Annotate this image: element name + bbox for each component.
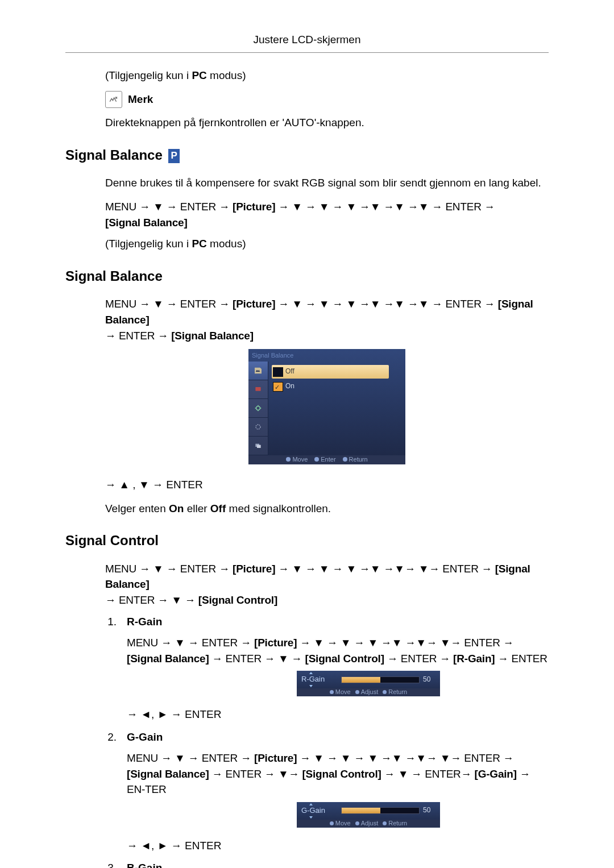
ggain-label: G-Gain xyxy=(127,729,549,745)
osd-tab-4-icon[interactable] xyxy=(248,418,268,437)
rgain-label: R-Gain xyxy=(127,614,549,630)
list-item-ggain: 2. G-Gain MENU → ▼ → ENTER → [Picture] →… xyxy=(105,729,549,854)
rgain-slider-osd: R-Gain 50 Move Adjust Return xyxy=(297,671,440,696)
note-row: Merk xyxy=(105,91,549,108)
osd-tab-picture-icon[interactable] xyxy=(248,362,268,380)
rgain-value: 50 xyxy=(423,675,435,684)
note-icon xyxy=(105,91,122,108)
osd-menu: Signal Balance xyxy=(248,349,405,464)
osd-tab-sound-icon[interactable] xyxy=(248,380,268,399)
svg-rect-4 xyxy=(257,445,261,448)
availability-note-2: (Tilgjengelig kun i PC modus) xyxy=(105,236,549,252)
osd-hint-move: Move xyxy=(286,455,308,464)
ggain-slider[interactable] xyxy=(341,807,420,814)
nav-sequence-rgain: MENU → ▼ → ENTER → [Picture] → ▼ → ▼ → ▼… xyxy=(127,635,549,666)
choose-text: Velger enten On eller Off med signalkont… xyxy=(105,501,549,517)
osd-footer: Move Enter Return xyxy=(248,455,405,464)
ggain-slider-label: G-Gain xyxy=(301,805,341,816)
signal-balance-desc: Denne brukes til å kompensere for svakt … xyxy=(105,175,549,191)
mini-osd-footer-2: Move Adjust Return xyxy=(297,820,440,828)
list-item-bgain: 3. B-Gain xyxy=(105,860,549,868)
osd-title: Signal Balance xyxy=(248,349,405,362)
nav-sequence-2: MENU → ▼ → ENTER → [Picture] → ▼ → ▼ → ▼… xyxy=(105,296,549,343)
nav-end-ggain: → ◄, ► → ENTER xyxy=(127,838,549,854)
heading-signal-balance-2: Signal Balance xyxy=(65,267,549,286)
nav-end-rgain: → ◄, ► → ENTER xyxy=(127,707,549,722)
header-title: Justere LCD-skjermen xyxy=(254,34,361,45)
svg-point-1 xyxy=(256,406,260,410)
ggain-value: 50 xyxy=(423,805,435,815)
heading-signal-balance-1: Signal Balance P xyxy=(65,146,549,165)
osd-hint-return: Return xyxy=(343,455,368,464)
page-header: Justere LCD-skjermen xyxy=(65,0,549,53)
rgain-slider-label: R-Gain xyxy=(301,674,341,685)
bgain-label: B-Gain xyxy=(127,860,549,868)
svg-rect-0 xyxy=(255,387,260,391)
nav-sequence-3: MENU → ▼ → ENTER → [Picture] → ▼ → ▼ → ▼… xyxy=(105,561,549,608)
checkbox-checked-icon xyxy=(273,382,283,392)
svg-point-2 xyxy=(256,425,260,429)
heading-signal-control: Signal Control xyxy=(65,531,549,551)
osd-option-on[interactable]: On xyxy=(272,381,402,392)
note-label: Merk xyxy=(128,92,153,107)
osd-tab-setup-icon[interactable] xyxy=(248,399,268,418)
mini-osd-footer: Move Adjust Return xyxy=(297,688,440,696)
osd-tab-5-icon[interactable] xyxy=(248,437,268,455)
osd-option-off[interactable]: Off xyxy=(272,365,389,379)
osd-tabs xyxy=(248,362,268,455)
ggain-slider-osd: G-Gain 50 Move Adjust Return xyxy=(297,802,440,828)
checkbox-icon xyxy=(273,367,283,377)
list-item-rgain: 1. R-Gain MENU → ▼ → ENTER → [Picture] →… xyxy=(105,614,549,722)
nav-end-1: → ▲ , ▼ → ENTER xyxy=(105,477,549,493)
osd-hint-enter: Enter xyxy=(314,455,335,464)
availability-note: (Tilgjengelig kun i PC modus) xyxy=(105,68,549,84)
direct-button-text: Direkteknappen på fjernkontrollen er 'AU… xyxy=(105,115,549,131)
rgain-slider[interactable] xyxy=(341,676,420,683)
nav-sequence-1: MENU → ▼ → ENTER → [Picture] → ▼ → ▼ → ▼… xyxy=(105,199,549,230)
nav-sequence-ggain: MENU → ▼ → ENTER → [Picture] → ▼ → ▼ → ▼… xyxy=(127,750,549,798)
pc-badge-icon: P xyxy=(168,149,179,164)
